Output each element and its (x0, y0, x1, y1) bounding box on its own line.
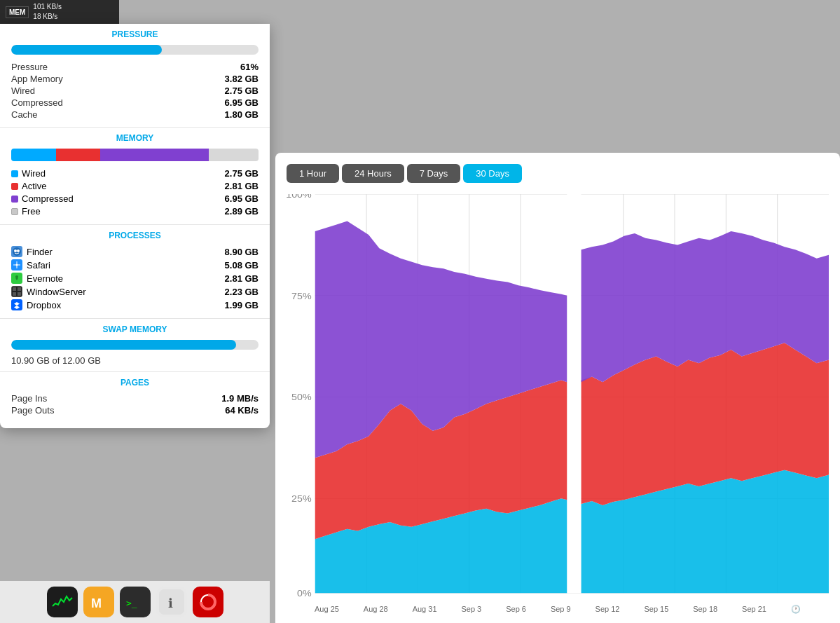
svg-text:25%: 25% (291, 493, 312, 504)
svg-point-0 (13, 247, 21, 256)
mem-legend-compressed: Compressed 6.95 GB (11, 193, 259, 204)
btn-30days[interactable]: 30 Days (463, 164, 522, 183)
mem-legend-active: Active 2.81 GB (11, 181, 259, 191)
process-windowserver: WindowServer 2.23 GB (11, 286, 259, 297)
processes-title: PROCESSES (11, 231, 259, 240)
free-dot (11, 208, 18, 215)
stat-row-wired: Wired 2.75 GB (11, 85, 259, 96)
dropbox-icon (11, 299, 22, 310)
stat-row-pageins: Page Ins 1.9 MB/s (11, 393, 259, 404)
active-dot (11, 183, 18, 190)
evernote-icon (11, 273, 22, 284)
menubar-stat1: 101 KB/s (33, 2, 62, 12)
swap-bar (11, 340, 259, 350)
svg-rect-10 (18, 287, 21, 291)
menubar-icon: MEM (6, 6, 29, 18)
swap-label: 10.90 GB of 12.00 GB (11, 355, 259, 366)
x-axis-labels: Aug 25 Aug 28 Aug 31 Sep 3 Sep 6 Sep 9 S… (287, 602, 829, 614)
swap-title: SWAP MEMORY (11, 324, 259, 334)
svg-text:0%: 0% (297, 588, 312, 599)
btn-7days[interactable]: 7 Days (407, 164, 460, 183)
process-finder: Finder 8.90 GB (11, 246, 259, 257)
stat-row-compressed: Compressed 6.95 GB (11, 97, 259, 108)
memory-bar (11, 149, 259, 161)
swap-bar-fill (11, 340, 236, 350)
right-panel: 1 Hour 24 Hours 7 Days 30 Days 100% 75% … (275, 153, 840, 623)
svg-point-1 (14, 249, 17, 252)
memory-chart: 100% 75% 50% 25% 0% (287, 194, 829, 600)
stat-row-appmem: App Memory 3.82 GB (11, 74, 259, 84)
memory-free-bar (209, 149, 259, 161)
dock-terminal[interactable]: >_ (120, 587, 151, 617)
memory-active-bar (56, 149, 101, 161)
process-safari: Safari 5.08 GB (11, 259, 259, 271)
process-evernote: Evernote 2.81 GB (11, 273, 259, 284)
stat-row-cache: Cache 1.80 GB (11, 109, 259, 120)
btn-24hours[interactable]: 24 Hours (342, 164, 404, 183)
pressure-section: PRESSURE Pressure 61% App Memory 3.82 GB… (0, 24, 270, 128)
svg-text:75%: 75% (291, 290, 312, 301)
process-dropbox: Dropbox 1.99 GB (11, 299, 259, 310)
svg-rect-9 (13, 287, 16, 291)
btn-1hour[interactable]: 1 Hour (287, 164, 339, 183)
windowserver-icon (11, 286, 22, 297)
svg-rect-42 (567, 194, 581, 593)
memory-section: MEMORY Wired 2.75 GB Active 2.81 GB Com (0, 128, 270, 225)
pressure-bar-fill (11, 45, 162, 55)
menubar-stats: 101 KB/s 18 KB/s (33, 2, 62, 22)
processes-section: PROCESSES Finder 8.90 GB Safari 5.08 GB (0, 225, 270, 319)
compressed-dot (11, 196, 18, 203)
dock-marker[interactable]: M (83, 587, 114, 617)
dock: M >_ ℹ (0, 581, 270, 623)
pressure-title: PRESSURE (11, 29, 259, 39)
svg-text:ℹ: ℹ (168, 596, 173, 610)
svg-point-6 (16, 264, 18, 266)
svg-text:M: M (91, 596, 102, 610)
swap-section: SWAP MEMORY 10.90 GB of 12.00 GB (0, 319, 270, 372)
left-panel: PRESSURE Pressure 61% App Memory 3.82 GB… (0, 24, 270, 428)
dock-activity-monitor[interactable] (47, 587, 78, 617)
dock-diskdiag[interactable] (193, 587, 223, 617)
menubar: MEM 101 KB/s 18 KB/s (0, 0, 119, 24)
pressure-bar (11, 45, 259, 55)
chart-area: 100% 75% 50% 25% 0% (287, 194, 829, 600)
stat-row-pageouts: Page Outs 64 KB/s (11, 405, 259, 416)
memory-wired-bar (11, 149, 56, 161)
svg-rect-14 (50, 589, 75, 615)
memory-compressed-bar (100, 149, 209, 161)
menubar-stat2: 18 KB/s (33, 12, 62, 22)
mem-legend-wired: Wired 2.75 GB (11, 168, 259, 179)
dock-sysinfo[interactable]: ℹ (156, 587, 187, 617)
time-buttons: 1 Hour 24 Hours 7 Days 30 Days (287, 164, 829, 183)
finder-icon (11, 246, 22, 257)
svg-text:100%: 100% (287, 194, 312, 200)
svg-text:50%: 50% (291, 392, 312, 403)
wired-dot (11, 170, 18, 177)
svg-rect-12 (18, 292, 21, 296)
pages-section: PAGES Page Ins 1.9 MB/s Page Outs 64 KB/… (0, 372, 270, 423)
stat-row-pressure: Pressure 61% (11, 62, 259, 72)
pages-title: PAGES (11, 378, 259, 388)
svg-point-2 (17, 249, 20, 252)
svg-rect-11 (13, 292, 16, 296)
svg-text:>_: >_ (126, 598, 137, 608)
safari-icon (11, 259, 22, 271)
memory-title: MEMORY (11, 133, 259, 143)
svg-rect-21 (195, 589, 221, 615)
mem-legend-free: Free 2.89 GB (11, 206, 259, 217)
